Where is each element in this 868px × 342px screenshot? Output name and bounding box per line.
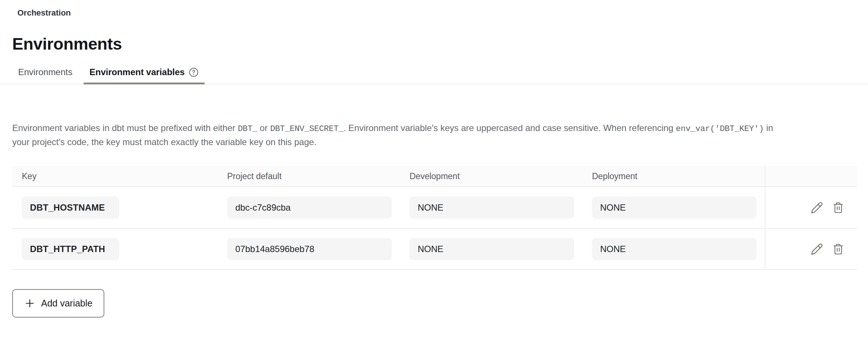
tabs-bar: Environments Environment variables xyxy=(0,67,868,84)
column-header-development: Development xyxy=(400,171,582,181)
delete-variable-button[interactable] xyxy=(832,243,844,255)
add-variable-button[interactable]: Add variable xyxy=(12,289,104,318)
pencil-icon xyxy=(811,243,823,255)
cell-project-default: 07bb14a8596beb78 xyxy=(218,238,400,260)
description-text: Environment variables in dbt must be pre… xyxy=(12,123,238,133)
help-circle-icon[interactable] xyxy=(189,67,199,77)
edit-variable-button[interactable] xyxy=(811,201,823,214)
cell-development: NONE xyxy=(400,197,582,219)
env-var-value-pill: NONE xyxy=(410,238,574,260)
table-header-row: Key Project default Development Deployme… xyxy=(12,167,857,187)
cell-key: DBT_HOSTNAME xyxy=(12,197,218,219)
table-row: DBT_HOSTNAME dbc-c7c89cba NONE NONE xyxy=(12,187,857,228)
pencil-icon xyxy=(811,201,823,214)
trash-icon xyxy=(832,243,844,255)
delete-variable-button[interactable] xyxy=(832,201,844,214)
env-var-key-pill: DBT_HTTP_PATH xyxy=(22,238,119,260)
env-vars-table: Key Project default Development Deployme… xyxy=(12,166,857,270)
cell-actions xyxy=(765,187,857,228)
column-header-key: Key xyxy=(12,171,218,181)
cell-key: DBT_HTTP_PATH xyxy=(12,238,218,260)
table-row: DBT_HTTP_PATH 07bb14a8596beb78 NONE NONE xyxy=(12,228,857,269)
page-title: Environments xyxy=(12,34,868,54)
add-variable-label: Add variable xyxy=(41,298,92,309)
env-var-value-pill: NONE xyxy=(410,197,574,219)
env-var-value-pill: NONE xyxy=(592,238,757,260)
cell-actions xyxy=(765,229,857,269)
description-code: DBT_ xyxy=(238,124,258,134)
env-var-value-pill: NONE xyxy=(592,197,757,219)
description-code: DBT_ENV_SECRET_ xyxy=(270,124,343,134)
env-var-value-pill: 07bb14a8596beb78 xyxy=(227,238,392,260)
tab-environment-variables[interactable]: Environment variables xyxy=(84,67,205,84)
cell-deployment: NONE xyxy=(582,197,765,219)
tab-environments[interactable]: Environments xyxy=(12,67,78,84)
cell-project-default: dbc-c7c89cba xyxy=(218,197,400,219)
column-header-project-default: Project default xyxy=(218,171,400,181)
column-header-actions xyxy=(765,167,857,186)
tab-environments-label: Environments xyxy=(18,67,73,78)
description-code: env_var('DBT_KEY') xyxy=(676,124,764,134)
description: Environment variables in dbt must be pre… xyxy=(12,121,784,148)
edit-variable-button[interactable] xyxy=(811,243,823,255)
tab-environment-variables-label: Environment variables xyxy=(90,67,185,78)
env-var-value-pill: dbc-c7c89cba xyxy=(227,197,392,219)
breadcrumb: Orchestration xyxy=(0,0,868,18)
description-text: or xyxy=(257,123,270,133)
trash-icon xyxy=(832,201,844,214)
description-text: . Environment variable's keys are upperc… xyxy=(343,123,676,133)
env-var-key-pill: DBT_HOSTNAME xyxy=(22,197,119,219)
cell-development: NONE xyxy=(400,238,582,260)
environments-page: Orchestration Environments Environments … xyxy=(0,0,868,318)
cell-deployment: NONE xyxy=(582,238,765,260)
plus-icon xyxy=(24,298,36,309)
column-header-deployment: Deployment xyxy=(582,171,765,181)
